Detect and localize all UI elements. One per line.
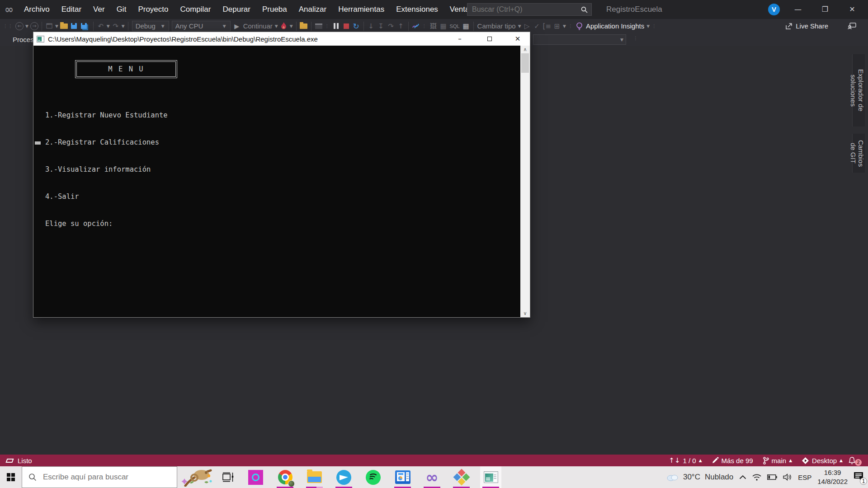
app-telegram[interactable]: [333, 466, 354, 488]
intellitrace-icon[interactable]: [412, 21, 420, 32]
redo-caret-icon[interactable]: ▼: [122, 24, 125, 28]
menu-herramientas[interactable]: Herramientas: [332, 0, 390, 19]
save-icon[interactable]: [70, 21, 78, 32]
app-chrome[interactable]: [274, 466, 296, 488]
debug-configuration-dropdown[interactable]: Debug ▼: [132, 21, 169, 31]
live-share-button[interactable]: Live Share: [796, 22, 828, 30]
live-share-icon[interactable]: [785, 21, 793, 32]
action-center-button[interactable]: 1: [854, 472, 863, 483]
pending-edits-button[interactable]: Más de 99: [712, 457, 753, 465]
start-button[interactable]: [0, 466, 22, 488]
show-hidden-icons-chevron[interactable]: [739, 475, 746, 479]
menu-git[interactable]: Git: [111, 0, 132, 19]
toolbar-overflow-grip[interactable]: ⋮: [652, 23, 657, 28]
app-visual-studio[interactable]: ∞: [421, 466, 443, 488]
speaker-icon[interactable]: [783, 474, 792, 481]
battery-icon[interactable]: [767, 474, 777, 480]
vs-search-box[interactable]: [467, 3, 592, 16]
console-window[interactable]: C:\Users\Mayqueling\Desktop\Proyectos\Re…: [33, 32, 530, 318]
navigate-forward-icon[interactable]: →: [30, 22, 38, 30]
vs-search-input[interactable]: [471, 5, 581, 14]
background-tasks-icon[interactable]: [5, 459, 14, 463]
console-minimize-button[interactable]: –: [450, 32, 469, 46]
process-dropdown[interactable]: ▼: [533, 34, 626, 45]
tab-git-changes[interactable]: Cambios de GIT: [852, 134, 865, 173]
undo-caret-icon[interactable]: ▼: [107, 24, 110, 28]
start-debug-icon[interactable]: ▶: [233, 21, 241, 32]
menu-editar[interactable]: Editar: [56, 0, 87, 19]
app-dashboard[interactable]: [392, 466, 413, 488]
process-window-icon[interactable]: 🖽: [429, 21, 438, 32]
add-table-icon[interactable]: ⊞: [553, 21, 561, 32]
console-close-button[interactable]: ✕: [508, 32, 527, 46]
continue-button[interactable]: Continuar: [243, 22, 273, 30]
save-all-icon[interactable]: [80, 21, 88, 32]
hot-reload-caret-icon[interactable]: ▼: [290, 24, 293, 28]
language-indicator[interactable]: ESP: [798, 474, 811, 481]
change-type-dropdown[interactable]: Cambiar tipo: [477, 22, 516, 30]
console-scrollbar[interactable]: ∧ ∨: [520, 46, 530, 317]
menu-depurar[interactable]: Depurar: [217, 0, 256, 19]
navigate-backward-icon[interactable]: ←: [15, 22, 24, 30]
wifi-icon[interactable]: [752, 474, 761, 481]
git-sync-button[interactable]: ↑↓ 1 / 0 ▲: [669, 456, 702, 465]
menu-ver[interactable]: Ver: [87, 0, 111, 19]
tab-solution-explorer[interactable]: Explorador de soluciones: [852, 54, 865, 127]
run-to-cursor-icon[interactable]: ↑: [397, 21, 405, 32]
platform-dropdown[interactable]: Any CPU ▼: [172, 21, 231, 31]
toolbar-overflow-grip[interactable]: ⋮: [325, 23, 330, 28]
console-maximize-button[interactable]: [480, 32, 499, 46]
schema-compare-icon[interactable]: [≡: [543, 21, 551, 32]
repository-button[interactable]: Desktop ▲: [802, 457, 843, 465]
scroll-up-icon[interactable]: ∧: [520, 46, 530, 53]
notifications-bell-button[interactable]: 2: [849, 455, 862, 466]
toolbar-options-caret-icon[interactable]: ▼: [563, 24, 566, 28]
search-highlight-button[interactable]: [177, 466, 217, 488]
toolbar-overflow-grip[interactable]: ⋮: [633, 36, 638, 41]
app-console-active[interactable]: [480, 466, 501, 488]
app-file-explorer[interactable]: [304, 466, 325, 488]
task-view-button[interactable]: [217, 466, 240, 488]
undo-icon[interactable]: ↶: [97, 21, 105, 32]
new-folder-icon[interactable]: [300, 21, 308, 32]
navigate-backward-caret-icon[interactable]: ▼: [25, 24, 28, 28]
stop-debug-icon[interactable]: [342, 21, 350, 32]
restart-debug-icon[interactable]: ↻: [352, 21, 360, 32]
validate-sql-icon[interactable]: ✓: [533, 21, 541, 32]
menu-analizar[interactable]: Analizar: [293, 0, 332, 19]
account-avatar[interactable]: V: [768, 4, 780, 15]
toolbar-overflow-grip[interactable]: ⋮: [422, 23, 427, 28]
redo-icon[interactable]: ↷: [112, 21, 120, 32]
change-type-caret-icon[interactable]: ▼: [518, 24, 521, 28]
app-alexa[interactable]: [245, 466, 266, 488]
break-all-icon[interactable]: [332, 21, 340, 32]
toolbar-overflow-grip[interactable]: ⋮: [568, 23, 573, 28]
execute-query-icon[interactable]: ▷: [523, 21, 531, 32]
taskbar-search-box[interactable]: [22, 466, 177, 488]
menu-compilar[interactable]: Compilar: [174, 0, 217, 19]
open-file-icon[interactable]: [60, 21, 68, 32]
step-into-icon[interactable]: ↓: [367, 21, 375, 32]
menu-archivo[interactable]: Archivo: [18, 0, 56, 19]
application-insights-caret-icon[interactable]: ▼: [646, 24, 650, 28]
scrollbar-thumb[interactable]: [521, 53, 529, 73]
git-branch-button[interactable]: main ▲: [763, 457, 792, 465]
app-spotify[interactable]: [363, 466, 384, 488]
modules-grid-icon[interactable]: ▦: [439, 21, 448, 32]
scroll-down-icon[interactable]: ∨: [520, 310, 530, 317]
hot-reload-icon[interactable]: [280, 21, 288, 32]
app-diamond-shapes[interactable]: [451, 466, 472, 488]
menu-proyecto[interactable]: Proyecto: [132, 0, 174, 19]
vs-close-button[interactable]: ✕: [842, 0, 863, 19]
table-icon[interactable]: ▦: [462, 21, 470, 32]
output-window-icon[interactable]: [315, 21, 323, 32]
step-out-icon[interactable]: ↷: [387, 21, 395, 32]
weather-button[interactable]: 30°C Nublado: [666, 473, 733, 482]
console-title-bar[interactable]: C:\Users\Mayqueling\Desktop\Proyectos\Re…: [33, 32, 530, 46]
continue-caret-icon[interactable]: ▼: [275, 24, 278, 28]
clock-button[interactable]: 16:39 14/8/2022: [817, 468, 848, 487]
step-over-icon[interactable]: ↧: [377, 21, 385, 32]
vs-minimize-button[interactable]: —: [788, 0, 808, 19]
feedback-people-icon[interactable]: [848, 21, 856, 32]
new-project-icon[interactable]: 🗔: [45, 21, 53, 32]
